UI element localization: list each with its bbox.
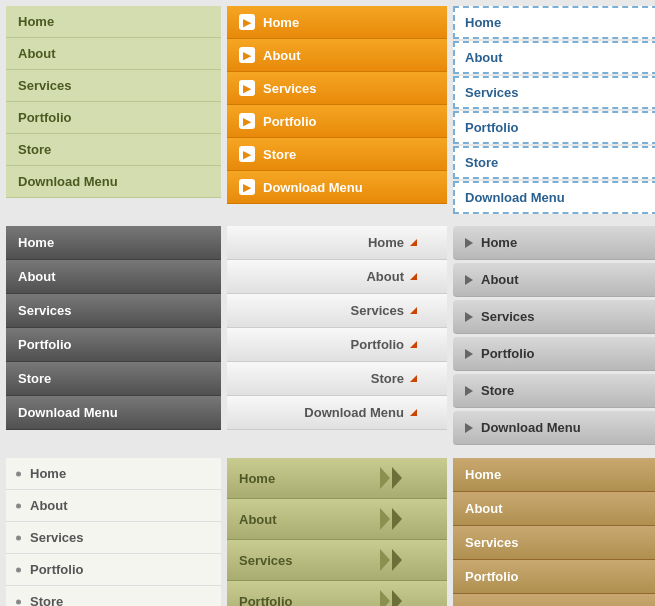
chevron-icon <box>392 549 402 571</box>
menu-item[interactable]: Store <box>6 362 221 396</box>
arrow-icon: ▶ <box>239 14 255 30</box>
menu-item[interactable]: Store <box>453 146 655 179</box>
chevron-icon <box>392 508 402 530</box>
menu-orange: ▶Home ▶About ▶Services ▶Portfolio ▶Store… <box>227 6 447 216</box>
menu-item[interactable]: Services <box>453 300 655 334</box>
corner-icon <box>410 307 417 314</box>
corner-icon <box>410 375 417 382</box>
menu-item[interactable]: Portfolio <box>227 581 447 606</box>
menu-item[interactable]: ▶About <box>227 39 447 72</box>
menu-item[interactable]: ▶Store <box>227 138 447 171</box>
chevron-icon <box>380 549 390 571</box>
menu-item[interactable]: Portfolio <box>6 102 221 134</box>
menu-item[interactable]: Portfolio <box>453 560 655 594</box>
triangle-icon <box>465 275 473 285</box>
menu-item[interactable]: Home <box>453 226 655 260</box>
menu-white-dot: Home About Services Portfolio Store Down… <box>6 458 221 606</box>
menu-item[interactable]: Store <box>227 362 447 396</box>
menu-item[interactable]: About <box>6 490 221 522</box>
menu-item[interactable]: ▶Portfolio <box>227 105 447 138</box>
arrow-icon: ▶ <box>239 146 255 162</box>
menu-item[interactable]: Home <box>453 458 655 492</box>
corner-icon <box>410 409 417 416</box>
menu-green-chevron: Home About Services Portfolio Store Down… <box>227 458 447 606</box>
menu-item[interactable]: Portfolio <box>227 328 447 362</box>
menu-item[interactable]: Store <box>6 586 221 606</box>
menu-arrow-right: Home About Services Portfolio Store Down… <box>453 226 655 448</box>
chevron-group <box>380 590 402 606</box>
menu-item[interactable]: ▶Download Menu <box>227 171 447 204</box>
menu-item[interactable]: Home <box>227 458 447 499</box>
menu-gray-dark: Home About Services Portfolio Store Down… <box>6 226 221 448</box>
menu-item[interactable]: Download Menu <box>6 396 221 430</box>
menu-item[interactable]: Store <box>453 594 655 606</box>
corner-icon <box>410 273 417 280</box>
menu-blue: Home About Services Portfolio Store Down… <box>453 6 655 216</box>
menu-item[interactable]: ▶Services <box>227 72 447 105</box>
menu-item[interactable]: About <box>227 499 447 540</box>
corner-icon <box>410 341 417 348</box>
menu-item[interactable]: Home <box>227 226 447 260</box>
chevron-icon <box>380 508 390 530</box>
menu-item[interactable]: About <box>6 260 221 294</box>
corner-icon <box>410 239 417 246</box>
menu-item[interactable]: Portfolio <box>6 554 221 586</box>
menu-item[interactable]: Store <box>6 134 221 166</box>
menu-item[interactable]: Download Menu <box>6 166 221 198</box>
menu-item[interactable]: About <box>6 38 221 70</box>
menu-item[interactable]: Home <box>6 458 221 490</box>
menu-item[interactable]: Services <box>6 70 221 102</box>
menu-item[interactable]: Portfolio <box>6 328 221 362</box>
triangle-icon <box>465 238 473 248</box>
menu-item[interactable]: Download Menu <box>227 396 447 430</box>
menu-item[interactable]: Portfolio <box>453 337 655 371</box>
chevron-icon <box>392 590 402 606</box>
triangle-icon <box>465 423 473 433</box>
chevron-icon <box>380 590 390 606</box>
arrow-icon: ▶ <box>239 179 255 195</box>
arrow-icon: ▶ <box>239 80 255 96</box>
menu-item[interactable]: Services <box>227 294 447 328</box>
menu-item[interactable]: Portfolio <box>453 111 655 144</box>
menu-item[interactable]: Store <box>453 374 655 408</box>
chevron-group <box>380 508 402 530</box>
menu-item[interactable]: Services <box>6 522 221 554</box>
menu-brown: Home About Services Portfolio Store Down… <box>453 458 655 606</box>
triangle-icon <box>465 312 473 322</box>
arrow-icon: ▶ <box>239 47 255 63</box>
chevron-icon <box>392 467 402 489</box>
triangle-icon <box>465 386 473 396</box>
arrow-icon: ▶ <box>239 113 255 129</box>
menu-green: Home About Services Portfolio Store Down… <box>6 6 221 216</box>
menu-item[interactable]: Home <box>6 226 221 260</box>
menu-item[interactable]: Services <box>6 294 221 328</box>
menu-item[interactable]: Services <box>453 76 655 109</box>
menu-item[interactable]: About <box>453 263 655 297</box>
menu-item[interactable]: About <box>453 492 655 526</box>
menu-right-arrow: Home About Services Portfolio Store Down… <box>227 226 447 448</box>
menu-item[interactable]: Home <box>453 6 655 39</box>
menu-item[interactable]: ▶Home <box>227 6 447 39</box>
menu-item[interactable]: About <box>227 260 447 294</box>
chevron-group <box>380 467 402 489</box>
menu-item[interactable]: About <box>453 41 655 74</box>
menu-item[interactable]: Services <box>227 540 447 581</box>
menu-item[interactable]: Services <box>453 526 655 560</box>
triangle-icon <box>465 349 473 359</box>
menu-item[interactable]: Home <box>6 6 221 38</box>
menu-item[interactable]: Download Menu <box>453 411 655 445</box>
menu-item[interactable]: Download Menu <box>453 181 655 214</box>
chevron-group <box>380 549 402 571</box>
chevron-icon <box>380 467 390 489</box>
